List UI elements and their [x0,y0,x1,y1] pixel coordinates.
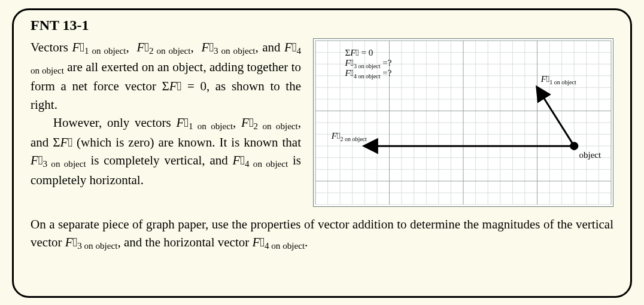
paragraph-2: However, only vectors F⃗1 on object, F⃗2… [31,114,301,189]
vec-sum: ΣF⃗ = 0 [162,79,206,93]
bottom-c: . [305,235,308,249]
vec-F3b: F⃗3 on object [31,153,86,167]
problem-card: FNT 13-1 Vectors F⃗1 on object, F⃗2 on o… [12,8,632,298]
svg-text:object: object [579,150,601,160]
p2-d: (which is zero) are known. It is known t… [72,135,301,150]
vec-sum-b: ΣF⃗ [53,135,72,150]
problem-title: FNT 13-1 [31,17,613,33]
p1-b: , [126,40,133,54]
p1-c: , [190,40,198,54]
p1-a: Vectors [31,40,72,54]
vec-F2: F⃗2 on object [136,40,190,54]
instruction: On a separate piece of graph paper, use … [31,215,613,253]
p2-b: , [233,115,241,130]
svg-text:F⃗4 on object =?: F⃗4 on object =? [344,68,391,80]
vec-F2b: F⃗2 on object [241,115,298,130]
columns: Vectors F⃗1 on object, F⃗2 on object, F⃗… [31,38,613,207]
svg-point-42 [570,142,578,150]
p2-e: is completely vertical, and [86,153,233,167]
vec-F4b: F⃗4 on object [233,153,288,167]
bottom-b: , and the horizontal vector [117,235,252,249]
vec-F3c: F⃗3 on object [65,235,118,249]
vec-F1: F⃗1 on object [72,40,126,54]
figure-svg: ΣF⃗ = 0F⃗3 on object =?F⃗4 on object =?F… [314,39,613,206]
text-column: Vectors F⃗1 on object, F⃗2 on object, F⃗… [31,38,301,207]
paragraph-1: Vectors F⃗1 on object, F⃗2 on object, F⃗… [31,38,301,114]
svg-text:F⃗2 on object: F⃗2 on object [331,131,367,142]
vec-F3: F⃗3 on object [202,40,256,54]
vec-F1b: F⃗1 on object [176,115,233,130]
vector-figure: ΣF⃗ = 0F⃗3 on object =?F⃗4 on object =?F… [313,38,613,207]
p1-d: , and [256,40,284,54]
svg-line-40 [537,87,575,146]
p2-a: However, only vectors [53,115,177,130]
vec-F4c: F⃗4 on object [252,235,305,249]
svg-text:ΣF⃗ = 0: ΣF⃗ = 0 [345,48,373,57]
